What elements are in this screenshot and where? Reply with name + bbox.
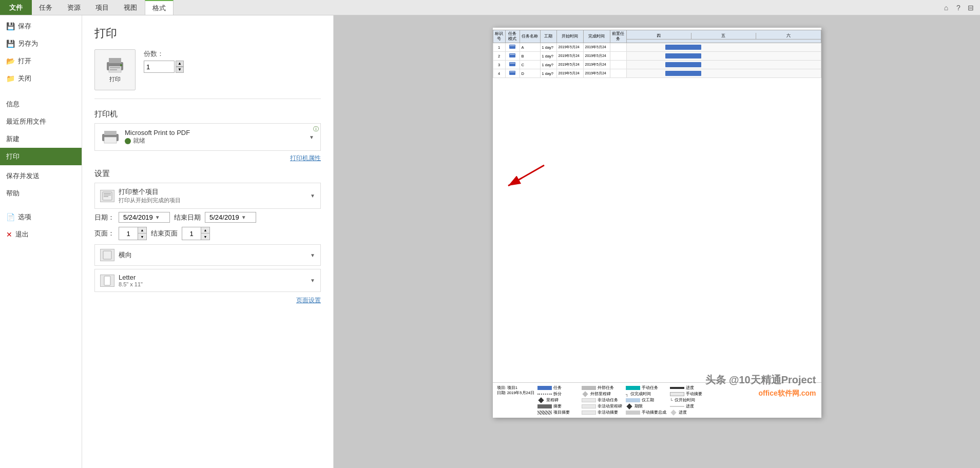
paper-arrow: ▼: [310, 278, 315, 283]
menu-bar: 文件 任务 资源 项目 视图 格式 ⌂ ? ⊟: [0, 0, 980, 15]
printer-icon: [105, 57, 125, 73]
sidebar-item-sendandsave[interactable]: 保存并发送: [0, 167, 82, 183]
svg-rect-7: [104, 131, 117, 135]
printer-info-icon[interactable]: ⓘ: [313, 125, 319, 133]
copies-input[interactable]: [144, 61, 175, 73]
menu-format[interactable]: 格式: [145, 0, 174, 15]
page-setup-link[interactable]: 页面设置: [94, 296, 321, 305]
gantt-row-4: 4 D 1 day? 2019年5月24 2019年5月24: [493, 69, 821, 78]
page-end-label: 结束页面: [151, 229, 178, 238]
sidebar-item-options[interactable]: 📄 选项: [0, 208, 82, 226]
print-button[interactable]: 打印: [94, 49, 136, 90]
copies-input-row: ▲ ▼: [144, 61, 184, 73]
date-start-arrow: ▼: [155, 215, 160, 220]
window-icon[interactable]: ⊟: [966, 3, 976, 13]
preview-area: 标识号 任务模式 任务名称 工期 开始时间 完成时间 前置任务: [334, 15, 980, 468]
date-end-input[interactable]: 5/24/2019 ▼: [205, 212, 256, 223]
page-end-up[interactable]: ▲: [201, 227, 209, 233]
sidebar-item-saveas[interactable]: 💾 另存为: [0, 35, 82, 52]
sidebar-item-help[interactable]: 帮助: [0, 185, 82, 200]
printer-dropdown-arrow: ▼: [309, 134, 314, 140]
sidebar-item-recent[interactable]: 最近所用文件: [0, 113, 82, 128]
svg-rect-13: [103, 251, 111, 259]
page-start-up[interactable]: ▲: [138, 227, 146, 233]
svg-rect-22: [510, 71, 515, 72]
orientation-text: 横向: [119, 250, 306, 260]
svg-rect-5: [110, 69, 117, 70]
close-icon: 📁: [6, 74, 15, 83]
settings-section-title: 设置: [94, 169, 321, 179]
paper-icon: [100, 275, 114, 287]
menu-resource[interactable]: 资源: [60, 0, 88, 15]
page-start-down[interactable]: ▼: [138, 233, 146, 240]
date-row: 日期： 5/24/2019 ▼ 结束日期 5/24/2019 ▼: [94, 212, 321, 223]
menu-view[interactable]: 视图: [117, 0, 145, 15]
orientation-icon: [100, 249, 114, 261]
page-end-input[interactable]: ▲ ▼: [182, 227, 210, 240]
gantt-table: 标识号 任务模式 任务名称 工期 开始时间 完成时间 前置任务: [493, 30, 821, 78]
sidebar-item-open[interactable]: 📂 打开: [0, 52, 82, 70]
sidebar-item-exit[interactable]: ✕ 退出: [0, 226, 82, 243]
sidebar-item-print[interactable]: 打印: [0, 148, 82, 165]
print-range-arrow: ▼: [310, 193, 315, 199]
page-start-input[interactable]: ▲ ▼: [119, 227, 147, 240]
svg-rect-18: [510, 54, 515, 55]
svg-rect-14: [104, 276, 110, 285]
svg-rect-9: [103, 192, 112, 200]
menu-file[interactable]: 文件: [0, 0, 32, 15]
menu-task[interactable]: 任务: [32, 0, 60, 15]
print-range-dropdown[interactable]: 打印整个项目 打印从开始到完成的项目 ▼: [94, 183, 321, 209]
paper-text: Letter 8.5" x 11": [119, 274, 306, 287]
printer-section-title: 打印机: [94, 109, 321, 119]
copies-area: 份数： ▲ ▼: [144, 49, 184, 73]
printer-info: Microsoft Print to PDF 就绪: [125, 129, 304, 145]
settings-section: 打印整个项目 打印从开始到完成的项目 ▼ 日期： 5/24/2019 ▼ 结束日…: [94, 183, 321, 305]
status-dot: [125, 138, 131, 144]
printer-selector[interactable]: Microsoft Print to PDF 就绪 ▼: [94, 123, 321, 151]
paper-dropdown[interactable]: Letter 8.5" x 11" ▼: [94, 269, 321, 292]
print-range-text: 打印整个项目 打印从开始到完成的项目: [119, 187, 306, 204]
page-label: 页面：: [94, 229, 114, 238]
date-end-label: 结束日期: [174, 213, 201, 222]
svg-rect-4: [110, 67, 120, 68]
sidebar-item-save[interactable]: 💾 保存: [0, 17, 82, 35]
open-icon: 📂: [6, 57, 15, 65]
svg-point-3: [120, 64, 122, 66]
help-icon[interactable]: ?: [953, 3, 964, 13]
printer-properties-link[interactable]: 打印机属性: [94, 154, 321, 163]
sidebar-item-new[interactable]: 新建: [0, 130, 82, 146]
arrow-area: [493, 78, 821, 252]
print-button-area: 打印 份数： ▲ ▼: [94, 49, 321, 99]
page-end-num[interactable]: [182, 227, 201, 240]
copies-spinners: ▲ ▼: [176, 61, 184, 73]
menu-project[interactable]: 项目: [88, 0, 117, 15]
preview-page: 标识号 任务模式 任务名称 工期 开始时间 完成时间 前置任务: [493, 28, 821, 418]
options-icon: 📄: [6, 213, 15, 221]
saveas-icon: 💾: [6, 40, 15, 48]
preview-wrapper: 标识号 任务模式 任务名称 工期 开始时间 完成时间 前置任务: [493, 28, 821, 418]
svg-rect-20: [510, 63, 515, 64]
content-area: 打印 打印 份数：: [82, 15, 980, 468]
home-icon[interactable]: ⌂: [941, 3, 951, 13]
page-end-down[interactable]: ▼: [201, 233, 209, 240]
printer-name: Microsoft Print to PDF: [125, 129, 304, 136]
svg-rect-16: [510, 45, 515, 46]
brand-watermark: office软件网.com: [758, 389, 816, 398]
save-icon: 💾: [6, 22, 15, 30]
print-panel: 打印 打印 份数：: [82, 15, 334, 468]
date-end-arrow: ▼: [241, 215, 246, 220]
copies-up[interactable]: ▲: [176, 61, 184, 67]
sidebar-item-close[interactable]: 📁 关闭: [0, 70, 82, 87]
printer-small-icon: [101, 130, 120, 144]
svg-line-24: [508, 165, 544, 186]
copies-down[interactable]: ▼: [176, 67, 184, 73]
orientation-dropdown[interactable]: 横向 ▼: [94, 244, 321, 266]
sidebar-item-info[interactable]: 信息: [0, 95, 82, 111]
red-arrow: [503, 160, 554, 191]
date-start-input[interactable]: 5/24/2019 ▼: [119, 212, 170, 223]
page-start-num[interactable]: [119, 227, 138, 240]
sidebar: 💾 保存 💾 另存为 📂 打开 📁 关闭 信息 最近所用文件 新建 打印 保存并…: [0, 15, 82, 468]
gantt-row-1: 1 A 1 day? 2019年5月24 2019年5月24: [493, 43, 821, 52]
print-title: 打印: [94, 26, 321, 41]
svg-rect-1: [109, 58, 121, 63]
